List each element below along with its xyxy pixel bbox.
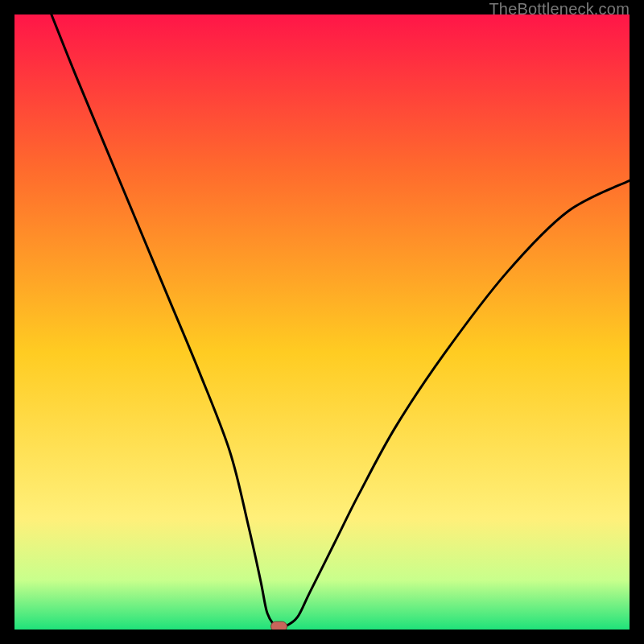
gradient-background xyxy=(14,14,630,630)
optimal-marker xyxy=(271,621,287,630)
chart-frame xyxy=(14,14,630,630)
bottleneck-chart xyxy=(14,14,630,630)
